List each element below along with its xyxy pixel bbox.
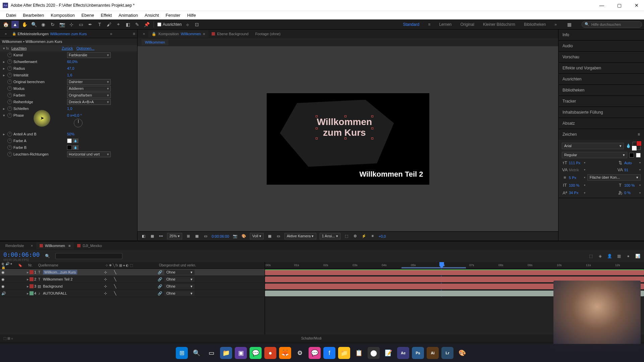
taskbar-explorer[interactable]: 📁: [220, 347, 232, 359]
stopwatch-icon[interactable]: [7, 53, 12, 57]
stopwatch-icon[interactable]: [7, 59, 12, 64]
panel-menu[interactable]: ≡: [133, 32, 135, 36]
res-icon[interactable]: ⊞: [185, 234, 191, 239]
schleifen-value[interactable]: 1,0: [67, 107, 72, 111]
stopwatch-icon[interactable]: [7, 66, 12, 71]
title-text-layer[interactable]: Willkommen zum Kurs: [317, 117, 372, 138]
eyedropper-icon[interactable]: 💧: [72, 138, 78, 143]
timeline-layer-row[interactable]: ◉ ▸1 TWillkom...zum Kurs ⊹╲ 🔗Ohne▾: [0, 269, 265, 276]
home-tool[interactable]: 🏠: [2, 21, 9, 28]
stopwatch-icon[interactable]: [7, 93, 12, 98]
text-tool[interactable]: T: [96, 21, 103, 28]
lock-icon[interactable]: 🔒: [152, 32, 156, 36]
panel-tracker[interactable]: Tracker: [558, 96, 644, 107]
comp-tab-footage[interactable]: Footage (ohne): [252, 31, 284, 37]
workspace-standard[interactable]: Standard: [403, 22, 419, 27]
close-button[interactable]: ✕: [632, 2, 641, 9]
zoom-tool[interactable]: 🔍: [30, 21, 38, 28]
timeline-layer-row[interactable]: ◉ ▸3 ▧Background ⊹╲ 🔗Ohne▾: [0, 283, 265, 290]
channel-icon[interactable]: ▦: [150, 234, 155, 239]
panel-effekte[interactable]: Effekte und Vorgaben: [558, 63, 644, 73]
menu-datei[interactable]: Datei: [3, 11, 19, 19]
menu-animation[interactable]: Animation: [115, 11, 141, 19]
shy-icon[interactable]: 👤: [606, 253, 612, 259]
puppet-tool[interactable]: 📌: [143, 21, 150, 28]
motion-blur-icon[interactable]: ●: [625, 253, 631, 259]
taskbar-photoshop[interactable]: Ps: [412, 347, 424, 359]
zoom-dropdown[interactable]: 25% ▾: [167, 233, 182, 239]
farben-dropdown[interactable]: Originalfarben▾: [67, 93, 111, 98]
phase-value[interactable]: 0 x+0,0 °: [67, 113, 82, 117]
rect-tool[interactable]: ▭: [77, 21, 85, 28]
panel-ausrichten[interactable]: Ausrichten: [558, 74, 644, 84]
workspace-lernen[interactable]: Lernen: [439, 22, 451, 27]
exposure-icon[interactable]: ☀: [370, 234, 375, 239]
original-dropdown[interactable]: Dahinter▾: [67, 79, 111, 85]
stopwatch-icon[interactable]: [7, 132, 12, 136]
color-swatch[interactable]: [633, 142, 641, 150]
stroke-value[interactable]: 5 Px: [569, 176, 583, 180]
timeline-layer-row[interactable]: ◉ ▸2 TWillkommen Teil 2 ⊹╲ 🔗Ohne▾: [0, 276, 265, 283]
vscale-value[interactable]: 100 %: [569, 183, 583, 187]
stopwatch-icon[interactable]: [7, 100, 12, 104]
timeline-track[interactable]: [265, 269, 644, 276]
menu-bearbeiten[interactable]: Bearbeiten: [19, 11, 47, 19]
farbe-b-swatch[interactable]: [67, 145, 72, 150]
menu-hilfe[interactable]: Hilfe: [184, 11, 199, 19]
renderer-icon[interactable]: ⚙: [353, 234, 358, 239]
stroke-swatch[interactable]: [636, 153, 641, 158]
panel-vorschau[interactable]: Vorschau: [558, 52, 644, 62]
eyedropper-icon[interactable]: 💧: [72, 145, 78, 150]
stopwatch-icon[interactable]: [7, 79, 12, 84]
effect-leuchten-header[interactable]: ▾ fx Leuchten Zurück Optionen...: [0, 45, 137, 52]
clone-tool[interactable]: ⌖: [115, 21, 122, 28]
taskbar-folder[interactable]: 📁: [338, 347, 350, 359]
taskbar-illustrator[interactable]: Ai: [427, 347, 439, 359]
help-search[interactable]: 🔍 Hilfe durchsuchen: [582, 21, 642, 28]
minimize-button[interactable]: —: [597, 2, 606, 9]
guides-icon[interactable]: ▭: [203, 234, 208, 239]
taskbar-app2[interactable]: ●: [264, 347, 276, 359]
taskbar-after-effects[interactable]: Ae: [397, 347, 409, 359]
anteil-value[interactable]: 50%: [67, 132, 74, 136]
timeline-tab-willkommen[interactable]: Willkommen≡: [36, 242, 74, 249]
taskbar-lightroom[interactable]: Lr: [441, 347, 453, 359]
graph-editor-icon[interactable]: 📊: [635, 253, 641, 259]
panel-more[interactable]: »: [110, 32, 112, 36]
leading-value[interactable]: Auto: [624, 161, 638, 165]
effect-panel-close[interactable]: ×: [2, 31, 9, 37]
orbit-tool[interactable]: ◉: [40, 21, 47, 28]
region-icon[interactable]: ▭: [276, 234, 281, 239]
anchor-tool[interactable]: ⊹: [68, 21, 75, 28]
camera-tool[interactable]: 📷: [58, 21, 66, 28]
reihenfolge-dropdown[interactable]: Dreieck A>B>A▾: [67, 99, 111, 105]
taskbar-messenger[interactable]: 💬: [309, 347, 321, 359]
taskbar-start[interactable]: ⊞: [176, 347, 188, 359]
menu-ansicht[interactable]: Ansicht: [141, 11, 162, 19]
toggle-switches-icon[interactable]: ⬚ ⊞ ⟐: [3, 337, 13, 340]
mask-icon[interactable]: 👓: [158, 234, 164, 239]
timeline-ruler[interactable]: :00s01s02s03s04s05s06s07s08s09s10s11s12s: [265, 262, 644, 269]
radius-value[interactable]: 47,0: [67, 66, 74, 70]
kanal-dropdown[interactable]: Farbkanäle▾: [67, 52, 111, 58]
effect-options[interactable]: Optionen...: [76, 46, 95, 50]
transparency-icon[interactable]: ▦: [267, 234, 272, 239]
workspace-original[interactable]: Original: [461, 22, 474, 27]
snap-tool[interactable]: ⟐: [184, 21, 191, 28]
taskbar-taskview[interactable]: ▭: [205, 347, 217, 359]
views-dropdown[interactable]: 1 Ansi... ▾: [320, 233, 340, 239]
align-checkbox[interactable]: Ausrichten: [157, 22, 182, 27]
timeline-tab-dji[interactable]: DJI_Mexiko: [74, 242, 105, 249]
kerning-value[interactable]: Metrik: [569, 168, 583, 172]
timeline-search[interactable]: [55, 253, 122, 259]
draft3d-icon[interactable]: ◈: [597, 253, 603, 259]
intensitat-value[interactable]: 1,6: [67, 73, 72, 77]
stopwatch-icon[interactable]: [7, 113, 12, 118]
timeline-timecode[interactable]: 0:00:06:00: [3, 251, 40, 258]
menu-effekt[interactable]: Effekt: [97, 11, 115, 19]
workspace-kleiner[interactable]: Kleiner Bildschirm: [483, 22, 515, 27]
panel-info[interactable]: Info: [558, 29, 644, 40]
tracking-value[interactable]: 91: [624, 168, 638, 172]
taskbar-whatsapp[interactable]: 💬: [250, 347, 262, 359]
stopwatch-icon[interactable]: [7, 86, 12, 91]
